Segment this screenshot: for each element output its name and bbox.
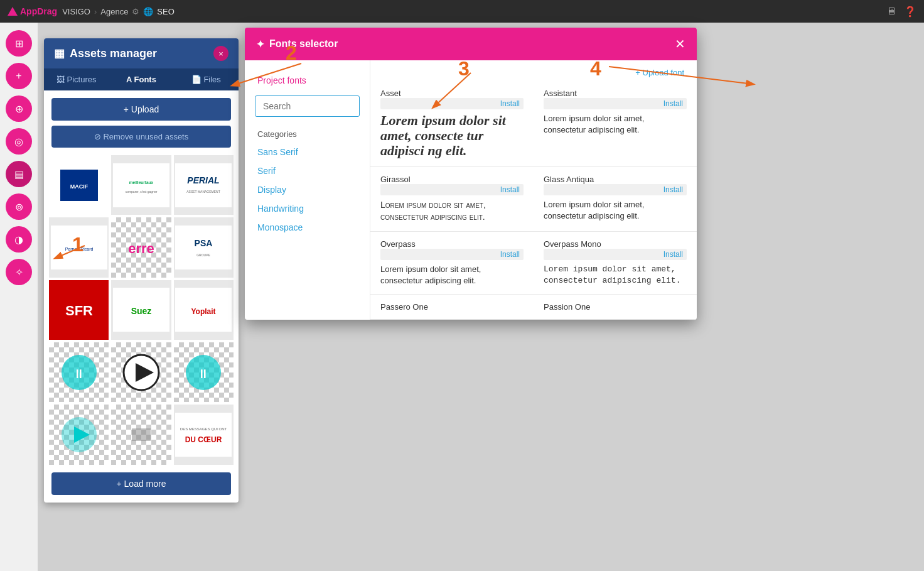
- asset-thumb-suez[interactable]: Suez: [111, 280, 171, 340]
- project-fonts-link[interactable]: Project fonts: [245, 70, 370, 90]
- font-name-girassol: Girassol: [380, 175, 524, 184]
- monitor-icon[interactable]: 🖥: [886, 6, 896, 17]
- remove-unused-button[interactable]: ⊘ Remove unused assets: [51, 126, 231, 148]
- sidebar-btn-link[interactable]: ⊕: [6, 95, 32, 122]
- font-install-girassol[interactable]: Install: [500, 185, 520, 194]
- font-preview-assistant: Lorem ipsum dolor sit amet, consectetur …: [544, 113, 687, 136]
- tab-pictures[interactable]: 🖼 Pictures: [44, 68, 109, 90]
- help-icon[interactable]: ❓: [904, 6, 916, 18]
- font-install-glass-antiqua[interactable]: Install: [663, 185, 683, 194]
- sidebar-btn-layers[interactable]: ▤: [6, 161, 32, 187]
- gear-icon[interactable]: ⚙: [132, 7, 139, 16]
- font-name-overpass: Overpass: [380, 239, 524, 249]
- category-serif[interactable]: Serif: [245, 161, 370, 180]
- asset-thumb-play2[interactable]: [111, 342, 171, 402]
- app-name: AppDrag: [20, 6, 57, 16]
- fonts-modal-body: Project fonts Categories Sans Serif Seri…: [245, 60, 697, 320]
- category-monospace[interactable]: Monospace: [245, 218, 370, 237]
- font-name-glass-antiqua: Glass Antiqua: [544, 175, 687, 184]
- font-install-bar-assistant: Install: [544, 98, 687, 109]
- sidebar-btn-add[interactable]: +: [6, 63, 32, 89]
- category-handwriting[interactable]: Handwriting: [245, 199, 370, 218]
- font-item-girassol: Girassol Install Lorem ipsum dolor sit a…: [370, 167, 534, 232]
- font-name-passero-one: Passero One: [380, 302, 524, 312]
- nav-agence[interactable]: Agence: [100, 7, 128, 16]
- asset-thumb-yoplait[interactable]: Yoplait: [174, 280, 234, 340]
- font-install-bar-glass-antiqua: Install: [544, 184, 687, 195]
- fonts-modal-close-button[interactable]: ✕: [675, 36, 685, 52]
- assets-header: ▦ Assets manager ×: [44, 38, 239, 68]
- svg-text:comparer, c'est gagner: comparer, c'est gagner: [126, 189, 158, 193]
- svg-text:GROUPE: GROUPE: [196, 253, 210, 257]
- app-logo[interactable]: AppDrag: [8, 6, 57, 16]
- sidebar-btn-grid[interactable]: ⊞: [6, 30, 32, 57]
- svg-text:Pernod Ricard: Pernod Ricard: [65, 247, 93, 251]
- asset-thumb-ducœur[interactable]: DES MESSAGES QUI ONTDU CŒUR: [174, 405, 234, 464]
- svg-rect-2: [113, 163, 169, 207]
- asset-thumb-meilleurtaux[interactable]: meilleurtauxcomparer, c'est gagner: [111, 155, 171, 215]
- left-sidebar: ⊞ + ⊕ ◎ ▤ ⊚ ◑ ✧: [0, 23, 38, 571]
- svg-text:Suez: Suez: [131, 307, 152, 317]
- font-item-glass-antiqua: Glass Antiqua Install Lorem ipsum dolor …: [534, 167, 697, 232]
- svg-text:MACIF: MACIF: [70, 183, 88, 190]
- asset-thumb-rect[interactable]: [111, 405, 171, 464]
- assets-panel: ▦ Assets manager × 🖼 Pictures A Fonts 📄 …: [44, 38, 239, 503]
- font-install-assistant[interactable]: Install: [663, 99, 683, 108]
- font-install-asset[interactable]: Install: [500, 99, 520, 108]
- svg-text:DES MESSAGES QUI ONT: DES MESSAGES QUI ONT: [180, 427, 227, 431]
- font-item-assistant: Assistant Install Lorem ipsum dolor sit …: [534, 81, 697, 167]
- font-preview-overpass: Lorem ipsum dolor sit amet, consectetur …: [380, 264, 524, 286]
- font-name-asset: Asset: [380, 89, 524, 98]
- upload-font-button[interactable]: + Upload font: [635, 68, 684, 77]
- svg-text:PERIAL: PERIAL: [188, 175, 220, 185]
- sidebar-btn-globe[interactable]: ◎: [6, 128, 32, 155]
- asset-thumb-play4[interactable]: [49, 405, 109, 464]
- font-preview-girassol: Lorem ipsum dolor sit amet, consectetur …: [380, 199, 524, 224]
- font-item-passion-one: Passion One: [534, 295, 697, 320]
- fonts-modal-icon: ✦: [256, 38, 264, 50]
- sidebar-btn-tools[interactable]: ✧: [6, 259, 32, 285]
- asset-thumb-carre[interactable]: erre: [111, 217, 171, 277]
- svg-text:⏸: ⏸: [73, 366, 85, 380]
- assets-grid-icon: ▦: [54, 46, 65, 60]
- assets-close-button[interactable]: ×: [213, 46, 228, 61]
- font-install-overpass-mono[interactable]: Install: [663, 250, 683, 259]
- font-install-overpass[interactable]: Install: [500, 250, 520, 259]
- asset-thumb-macif[interactable]: MACIF: [49, 155, 109, 215]
- svg-rect-5: [175, 163, 232, 207]
- font-install-bar-overpass-mono: Install: [544, 249, 687, 260]
- categories-title: Categories: [245, 122, 370, 143]
- fonts-search-input[interactable]: [255, 95, 360, 117]
- font-preview-overpass-mono: Lorem ipsum dolor sit amet, consectetur …: [544, 264, 687, 286]
- asset-thumb-play1[interactable]: ⏸: [49, 342, 109, 402]
- asset-thumb-play3[interactable]: ⏸: [174, 342, 234, 402]
- category-sans-serif[interactable]: Sans Serif: [245, 143, 370, 161]
- font-item-overpass: Overpass Install Lorem ipsum dolor sit a…: [370, 232, 534, 295]
- svg-text:erre: erre: [128, 241, 154, 256]
- assets-header-left: ▦ Assets manager: [54, 46, 157, 60]
- font-item-passero-one: Passero One: [370, 295, 534, 320]
- font-name-passion-one: Passion One: [544, 302, 687, 312]
- sidebar-btn-toggle[interactable]: ◑: [6, 226, 32, 253]
- assets-panel-title: Assets manager: [70, 47, 157, 60]
- nav-visigo[interactable]: VISIGO: [62, 7, 90, 16]
- fonts-sidebar: Project fonts Categories Sans Serif Seri…: [245, 60, 370, 320]
- tab-fonts[interactable]: A Fonts: [109, 68, 173, 90]
- topbar: AppDrag VISIGO › Agence ⚙ 🌐 SEO 🖥 ❓: [0, 0, 924, 23]
- fonts-list-top: + Upload font: [370, 60, 697, 81]
- font-item-overpass-mono: Overpass Mono Install Lorem ipsum dolor …: [534, 232, 697, 295]
- tab-files[interactable]: 📄 Files: [174, 68, 239, 90]
- asset-thumb-psa[interactable]: PSAGROUPE: [174, 217, 234, 277]
- nav-sep1: ›: [94, 7, 97, 16]
- asset-thumb-perial[interactable]: PERIALASSET MANAGEMENT: [174, 155, 234, 215]
- category-display[interactable]: Display: [245, 180, 370, 199]
- load-more-button[interactable]: + Load more: [51, 472, 231, 495]
- globe-icon-nav[interactable]: 🌐: [143, 7, 153, 16]
- nav-seo[interactable]: SEO: [157, 7, 174, 16]
- font-install-bar-asset: Install: [380, 98, 524, 109]
- asset-thumb-pernod[interactable]: Pernod Ricard: [49, 217, 109, 277]
- upload-button[interactable]: + Upload: [51, 98, 231, 121]
- asset-thumb-sfr[interactable]: SFR: [49, 280, 109, 340]
- svg-text:Yoplait: Yoplait: [191, 307, 216, 316]
- sidebar-btn-data[interactable]: ⊚: [6, 193, 32, 220]
